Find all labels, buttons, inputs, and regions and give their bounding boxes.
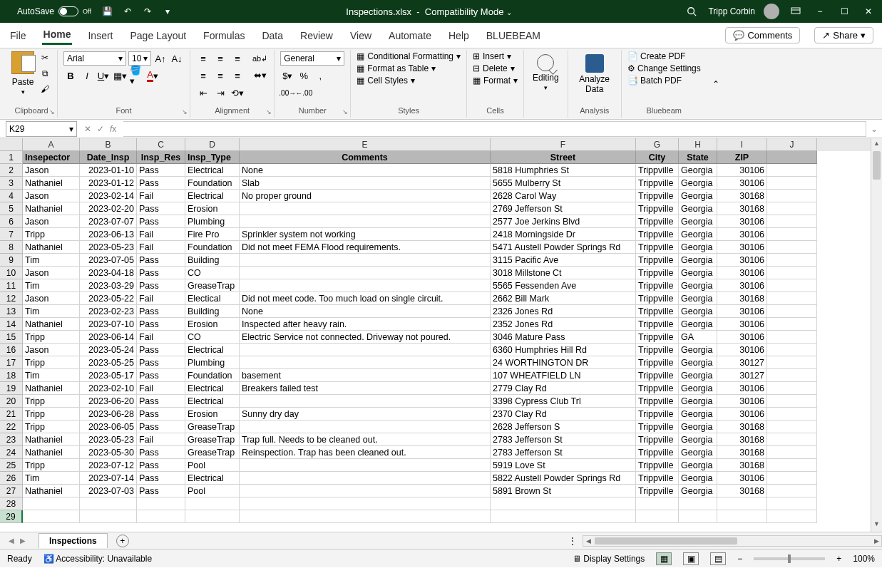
row-header[interactable]: 6 (0, 215, 23, 228)
change-settings-button[interactable]: ⚙ Change Settings (627, 63, 701, 73)
qat-dropdown-icon[interactable]: ▾ (161, 5, 174, 18)
cell[interactable]: Georgia (679, 190, 717, 202)
cell[interactable] (23, 510, 80, 523)
font-name-dropdown[interactable]: Arial▾ (63, 51, 126, 66)
cell[interactable]: Trippville (636, 408, 679, 421)
cell[interactable]: Electrical (185, 472, 240, 485)
header-cell[interactable] (767, 151, 817, 164)
cell[interactable] (240, 510, 491, 523)
paste-button[interactable]: Paste ▾ (11, 51, 34, 96)
cell[interactable]: 2326 Jones Rd (491, 305, 636, 318)
header-cell[interactable]: Insp_Type (185, 151, 240, 164)
cell[interactable] (491, 510, 636, 523)
sheet-tab[interactable]: Inspections (39, 533, 108, 548)
column-header[interactable]: D (185, 138, 240, 151)
cell[interactable] (137, 510, 185, 523)
column-header[interactable]: I (717, 138, 767, 151)
cell[interactable]: Pass (137, 267, 185, 279)
formula-input[interactable] (123, 121, 866, 137)
cell[interactable] (80, 510, 137, 523)
undo-icon[interactable]: ↶ (121, 5, 134, 18)
zoom-level[interactable]: 100% (853, 554, 875, 564)
decrease-decimal-icon[interactable]: ←.00 (297, 86, 311, 100)
cell[interactable]: Trippville (636, 267, 679, 279)
cell[interactable]: Trippville (636, 331, 679, 344)
cell[interactable]: Georgia (679, 305, 717, 318)
cell[interactable]: Trippville (636, 305, 679, 318)
cell[interactable]: 30106 (717, 472, 767, 485)
cell[interactable] (767, 395, 817, 408)
cell[interactable]: Electrical (185, 164, 240, 177)
cell[interactable]: 30106 (717, 382, 767, 395)
cell[interactable]: 2023-05-30 (80, 446, 137, 459)
tab-home[interactable]: Home (42, 26, 73, 45)
bold-button[interactable]: B (63, 68, 78, 83)
decrease-indent-icon[interactable]: ⇤ (196, 86, 210, 100)
cell[interactable]: Trippville (636, 485, 679, 497)
cell[interactable]: Georgia (679, 318, 717, 331)
name-box[interactable]: K29▾ (6, 121, 77, 137)
row-header[interactable]: 15 (0, 331, 23, 344)
cell[interactable]: Fail (137, 228, 185, 241)
cell[interactable]: Reinspection. Trap has been cleaned out. (240, 446, 491, 459)
cell[interactable]: Jason (23, 164, 80, 177)
cell[interactable]: 5565 Fessenden Ave (491, 279, 636, 292)
comma-button[interactable]: , (313, 68, 327, 83)
save-icon[interactable]: 💾 (101, 5, 114, 18)
cell[interactable]: Pass (137, 395, 185, 408)
cell[interactable]: Electrical (185, 382, 240, 395)
cell[interactable]: 30106 (717, 408, 767, 421)
cell[interactable]: Foundation (185, 241, 240, 254)
cell[interactable]: 2023-02-10 (80, 382, 137, 395)
cell[interactable]: 30106 (717, 279, 767, 292)
column-header[interactable]: F (491, 138, 636, 151)
dialog-launcher-icon[interactable]: ↘ (182, 108, 188, 115)
cell[interactable] (767, 279, 817, 292)
tab-view[interactable]: View (349, 27, 373, 44)
cell[interactable]: 2023-07-07 (80, 215, 137, 228)
cell[interactable] (717, 510, 767, 523)
align-center-icon[interactable]: ≡ (213, 68, 227, 83)
tab-scroll-options-icon[interactable]: ⋮ (563, 536, 583, 546)
cell[interactable]: 2023-05-23 (80, 433, 137, 446)
cell[interactable]: Trippville (636, 433, 679, 446)
wrap-text-button[interactable]: ab↲ (252, 51, 268, 66)
cell[interactable]: 2023-06-20 (80, 395, 137, 408)
cell[interactable]: Pass (137, 446, 185, 459)
row-header[interactable]: 16 (0, 344, 23, 356)
cell[interactable] (240, 267, 491, 279)
batch-pdf-button[interactable]: 📑 Batch PDF (627, 76, 701, 86)
cell[interactable]: 30106 (717, 241, 767, 254)
currency-button[interactable]: $▾ (280, 68, 294, 83)
row-header[interactable]: 11 (0, 279, 23, 292)
cell[interactable] (636, 510, 679, 523)
cell[interactable]: 30106 (717, 331, 767, 344)
tab-data[interactable]: Data (260, 27, 284, 44)
align-bottom-icon[interactable]: ≡ (230, 51, 245, 66)
cell[interactable]: Georgia (679, 356, 717, 369)
cell[interactable]: 2023-06-05 (80, 421, 137, 433)
normal-view-icon[interactable]: ▦ (656, 552, 672, 565)
cell[interactable]: Tim (23, 279, 80, 292)
cell[interactable]: Nathaniel (23, 446, 80, 459)
cell[interactable]: 2023-04-18 (80, 267, 137, 279)
row-header[interactable]: 27 (0, 485, 23, 497)
cell[interactable]: Pass (137, 485, 185, 497)
cell[interactable] (767, 497, 817, 510)
row-header[interactable]: 29 (0, 510, 23, 523)
cell[interactable]: Electrical (185, 190, 240, 202)
row-header[interactable]: 10 (0, 267, 23, 279)
insert-cells-button[interactable]: ⊞ Insert ▾ (473, 51, 518, 61)
tab-bluebeam[interactable]: BLUEBEAM (485, 27, 542, 44)
cell[interactable]: Tripp (23, 459, 80, 472)
row-header[interactable]: 24 (0, 446, 23, 459)
cell[interactable]: 2628 Carol Way (491, 190, 636, 202)
cell[interactable]: Pass (137, 369, 185, 382)
cell[interactable]: Fail (137, 433, 185, 446)
cell[interactable]: Trippville (636, 382, 679, 395)
cell[interactable]: 30127 (717, 356, 767, 369)
cell[interactable]: 2783 Jefferson St (491, 446, 636, 459)
cell[interactable] (240, 356, 491, 369)
row-header[interactable]: 1 (0, 151, 23, 164)
horizontal-scrollbar[interactable]: ◀ ▶ (583, 535, 882, 547)
